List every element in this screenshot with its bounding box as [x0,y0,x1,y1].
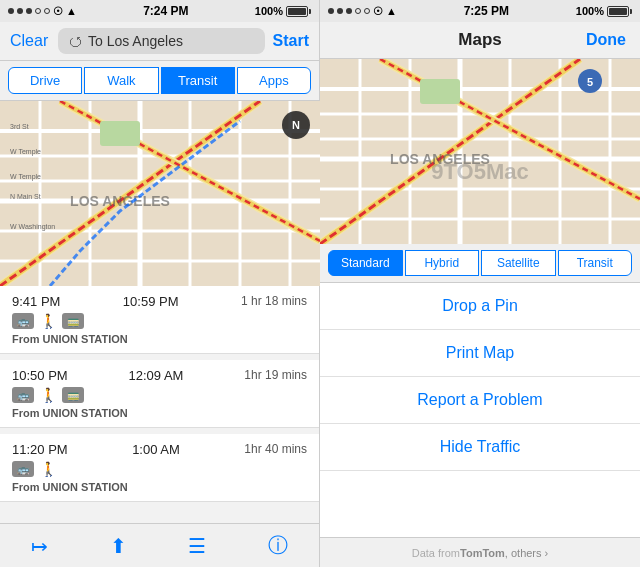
start-button[interactable]: Start [273,32,309,50]
transit-from-3: From UNION STATION [12,481,307,493]
signal-dot-4 [35,8,41,14]
hide-traffic-button[interactable]: Hide Traffic [320,424,640,471]
right-status-signal: ☉ ▲ [328,5,397,18]
transit-item-3[interactable]: 11:20 PM 1:00 AM 1hr 40 mins 🚌 🚶 From UN… [0,434,319,502]
svg-text:LOS ANGELES: LOS ANGELES [70,193,170,209]
map-type-standard[interactable]: Standard [328,250,403,276]
share-button[interactable]: ⬆ [110,534,127,558]
map-type-hybrid[interactable]: Hybrid [405,250,480,276]
info-button[interactable]: ⓘ [268,532,288,559]
walk-icon-3: 🚶 [40,461,56,477]
right-nav-title: Maps [458,30,501,50]
svg-rect-19 [100,121,140,146]
tab-drive[interactable]: Drive [8,67,82,94]
walk-icon-2: 🚶 [40,387,56,403]
svg-text:9TO5Mac: 9TO5Mac [431,159,528,184]
left-panel: ☉ ▲ 7:24 PM 100% Clear ⭯ To Los Angeles … [0,0,320,567]
left-nav-bar: Clear ⭯ To Los Angeles Start [0,22,319,61]
bus-icon-1: 🚌 [12,313,34,329]
tomtom-label: TomTom [460,547,505,559]
walk-icon-1: 🚶 [40,313,56,329]
rail-icon-1: 🚃 [62,313,84,329]
svg-text:W Washington: W Washington [10,223,55,231]
compass-icon: N [282,111,310,139]
depart-time-1: 9:41 PM [12,294,60,309]
left-bottom-toolbar: ↦ ⬆ ☰ ⓘ [0,523,319,567]
arrive-time-1: 10:59 PM [123,294,179,309]
right-map[interactable]: 5 LOS ANGELES 9TO5Mac [320,59,640,244]
arrow-up-icon: ▲ [66,5,77,17]
print-map-button[interactable]: Print Map [320,330,640,377]
destination-field[interactable]: ⭯ To Los Angeles [58,28,265,54]
location-button[interactable]: ↦ [31,534,48,558]
list-button[interactable]: ☰ [188,534,206,558]
r-signal-dot-4 [355,8,361,14]
svg-text:N Main St: N Main St [10,193,41,200]
transit-item-2[interactable]: 10:50 PM 12:09 AM 1hr 19 mins 🚌 🚶 🚃 From… [0,360,319,428]
r-signal-dot-2 [337,8,343,14]
transit-list: 9:41 PM 10:59 PM 1 hr 18 mins 🚌 🚶 🚃 From… [0,286,319,523]
depart-time-3: 11:20 PM [12,442,68,457]
signal-dot-2 [17,8,23,14]
map-type-satellite[interactable]: Satellite [481,250,556,276]
bus-icon-3: 🚌 [12,461,34,477]
map-type-bar: Standard Hybrid Satellite Transit [320,244,640,283]
bus-icon-2: 🚌 [12,387,34,403]
duration-3: 1hr 40 mins [244,442,307,457]
right-footer: Data from TomTom , others › [320,537,640,567]
transit-item-1[interactable]: 9:41 PM 10:59 PM 1 hr 18 mins 🚌 🚶 🚃 From… [0,286,319,354]
tab-apps[interactable]: Apps [237,67,311,94]
right-status-battery: 100% [576,5,632,17]
r-signal-dot-5 [364,8,370,14]
svg-rect-45 [420,79,460,104]
right-panel: ☉ ▲ 7:25 PM 100% Maps Done [320,0,640,567]
left-tab-bar: Drive Walk Transit Apps [0,61,319,101]
destination-text: To Los Angeles [88,33,183,49]
svg-text:3rd St: 3rd St [10,123,29,130]
footer-suffix: , others › [505,547,548,559]
done-button[interactable]: Done [586,31,626,49]
transit-icons-1: 🚌 🚶 🚃 [12,313,307,329]
r-signal-dot-3 [346,8,352,14]
svg-text:5: 5 [587,76,593,88]
r-signal-dot-1 [328,8,334,14]
battery-pct-left: 100% [255,5,283,17]
transit-icons-3: 🚌 🚶 [12,461,307,477]
left-status-time: 7:24 PM [143,4,188,18]
tab-transit[interactable]: Transit [161,67,235,94]
footer-text: Data from [412,547,460,559]
left-map[interactable]: LOS ANGELES 3rd St W Temple W Temple N M… [0,101,320,286]
depart-time-2: 10:50 PM [12,368,68,383]
menu-items: Drop a Pin Print Map Report a Problem Hi… [320,283,640,537]
map-type-transit[interactable]: Transit [558,250,633,276]
duration-2: 1hr 19 mins [244,368,307,383]
tab-walk[interactable]: Walk [84,67,158,94]
rail-icon-2: 🚃 [62,387,84,403]
battery-icon-left [286,6,311,17]
r-arrow-icon: ▲ [386,5,397,17]
transit-times-1: 9:41 PM 10:59 PM 1 hr 18 mins [12,294,307,309]
duration-1: 1 hr 18 mins [241,294,307,309]
transit-times-3: 11:20 PM 1:00 AM 1hr 40 mins [12,442,307,457]
transit-from-1: From UNION STATION [12,333,307,345]
r-battery-pct: 100% [576,5,604,17]
signal-dot-5 [44,8,50,14]
transit-times-2: 10:50 PM 12:09 AM 1hr 19 mins [12,368,307,383]
clear-button[interactable]: Clear [10,32,50,50]
arrive-time-3: 1:00 AM [132,442,180,457]
left-status-bar: ☉ ▲ 7:24 PM 100% [0,0,319,22]
drop-pin-button[interactable]: Drop a Pin [320,283,640,330]
right-status-time: 7:25 PM [464,4,509,18]
svg-text:W Temple: W Temple [10,148,41,156]
report-problem-button[interactable]: Report a Problem [320,377,640,424]
navigation-icon: ⭯ [68,33,82,49]
signal-dot-3 [26,8,32,14]
left-status-signal: ☉ ▲ [8,5,77,18]
right-nav-bar: Maps Done [320,22,640,59]
signal-dot-1 [8,8,14,14]
arrive-time-2: 12:09 AM [129,368,184,383]
transit-from-2: From UNION STATION [12,407,307,419]
wifi-icon: ☉ [53,5,63,18]
transit-icons-2: 🚌 🚶 🚃 [12,387,307,403]
left-status-battery: 100% [255,5,311,17]
